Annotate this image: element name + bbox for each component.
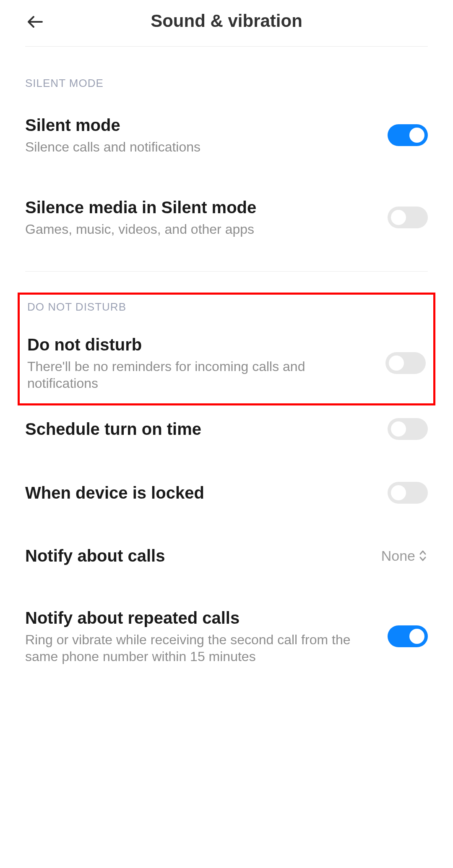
row-text: Notify about repeated calls Ring or vibr… [25,608,388,665]
settings-screen: Sound & vibration SILENT MODE Silent mod… [0,0,453,686]
silent-mode-title: Silent mode [25,115,375,135]
toggle-knob [391,421,406,437]
notify-calls-value: None [381,548,415,564]
row-text: Do not disturb There'll be no reminders … [27,335,385,392]
row-notify-calls[interactable]: Notify about calls None [25,525,428,587]
row-notify-repeated[interactable]: Notify about repeated calls Ring or vibr… [25,587,428,686]
repeated-sub: Ring or vibrate while receiving the seco… [25,631,375,665]
row-silent-mode[interactable]: Silent mode Silence calls and notificati… [25,94,428,176]
section-label-silent: SILENT MODE [25,47,428,94]
header: Sound & vibration [0,0,453,46]
arrow-left-icon [25,12,45,32]
silent-mode-toggle[interactable] [388,124,428,146]
row-schedule-turn-on[interactable]: Schedule turn on time [25,405,428,461]
silent-mode-sub: Silence calls and notifications [25,139,375,155]
divider [25,271,428,272]
locked-title: When device is locked [25,483,375,503]
notify-calls-value-wrap: None [381,548,428,564]
notify-calls-title: Notify about calls [25,546,369,566]
toggle-knob [391,485,406,500]
silence-media-toggle[interactable] [388,207,428,228]
chevron-updown-icon [418,549,428,562]
row-text: Notify about calls [25,546,381,566]
locked-toggle[interactable] [388,482,428,504]
toggle-knob [409,629,424,644]
toggle-knob [389,356,404,371]
row-text: Silent mode Silence calls and notificati… [25,115,388,155]
back-button[interactable] [25,12,45,32]
row-text: Silence media in Silent mode Games, musi… [25,197,388,238]
silence-media-sub: Games, music, videos, and other apps [25,221,375,238]
silence-media-title: Silence media in Silent mode [25,197,375,217]
schedule-toggle[interactable] [388,418,428,440]
schedule-title: Schedule turn on time [25,419,375,439]
dnd-sub: There'll be no reminders for incoming ca… [27,358,373,392]
toggle-knob [409,128,424,143]
row-silence-media[interactable]: Silence media in Silent mode Games, musi… [25,176,428,259]
row-text: Schedule turn on time [25,419,388,439]
repeated-toggle[interactable] [388,625,428,647]
row-do-not-disturb[interactable]: Do not disturb There'll be no reminders … [27,318,426,395]
section-label-dnd: DO NOT DISTURB [27,295,426,318]
toggle-knob [391,210,406,225]
dnd-toggle[interactable] [385,352,426,374]
page-title: Sound & vibration [25,11,428,31]
section-dnd-rest: Schedule turn on time When device is loc… [0,405,453,686]
dnd-title: Do not disturb [27,335,373,355]
section-silent-mode: SILENT MODE Silent mode Silence calls an… [0,47,453,259]
row-when-locked[interactable]: When device is locked [25,461,428,525]
repeated-title: Notify about repeated calls [25,608,375,628]
highlight-annotation: DO NOT DISTURB Do not disturb There'll b… [18,293,435,405]
row-text: When device is locked [25,483,388,503]
